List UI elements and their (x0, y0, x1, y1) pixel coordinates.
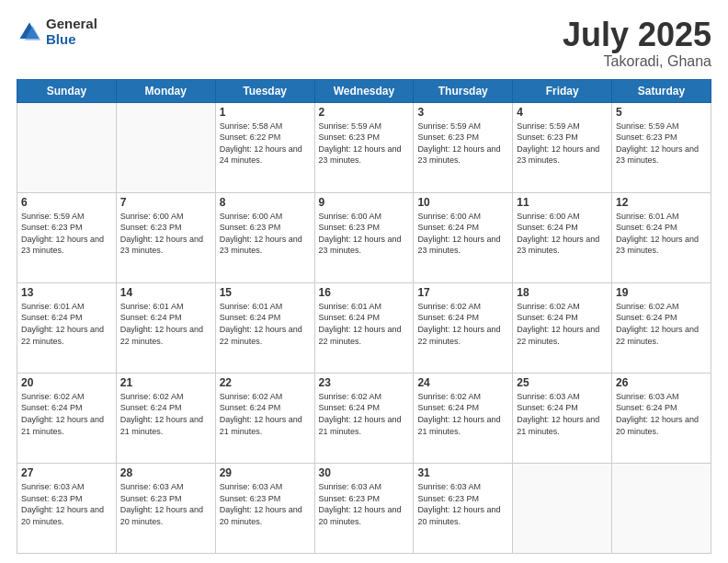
cell-info: Sunrise: 6:00 AM Sunset: 6:23 PM Dayligh… (319, 211, 410, 257)
calendar-week-row: 20Sunrise: 6:02 AM Sunset: 6:24 PM Dayli… (17, 373, 711, 463)
cell-info: Sunrise: 6:02 AM Sunset: 6:24 PM Dayligh… (319, 391, 410, 437)
calendar-cell: 12Sunrise: 6:01 AM Sunset: 6:24 PM Dayli… (612, 192, 711, 282)
calendar-cell: 4Sunrise: 5:59 AM Sunset: 6:23 PM Daylig… (513, 102, 612, 192)
cell-info: Sunrise: 6:00 AM Sunset: 6:23 PM Dayligh… (220, 211, 311, 257)
title-block: July 2025 Takoradi, Ghana (563, 17, 711, 70)
calendar-cell: 22Sunrise: 6:02 AM Sunset: 6:24 PM Dayli… (215, 373, 314, 463)
weekday-header: Friday (513, 79, 612, 102)
calendar-cell: 1Sunrise: 5:58 AM Sunset: 6:22 PM Daylig… (215, 102, 314, 192)
logo-icon (17, 19, 42, 45)
day-number: 21 (120, 376, 211, 389)
cell-info: Sunrise: 6:02 AM Sunset: 6:24 PM Dayligh… (417, 391, 508, 437)
day-number: 8 (220, 196, 311, 209)
cell-info: Sunrise: 6:03 AM Sunset: 6:23 PM Dayligh… (417, 481, 508, 527)
day-number: 30 (319, 466, 410, 479)
calendar-cell: 2Sunrise: 5:59 AM Sunset: 6:23 PM Daylig… (314, 102, 414, 192)
calendar-week-row: 1Sunrise: 5:58 AM Sunset: 6:22 PM Daylig… (17, 102, 711, 192)
calendar-week-row: 6Sunrise: 5:59 AM Sunset: 6:23 PM Daylig… (17, 192, 711, 282)
calendar-cell (612, 463, 711, 553)
calendar-cell: 17Sunrise: 6:02 AM Sunset: 6:24 PM Dayli… (414, 282, 513, 373)
calendar-cell: 6Sunrise: 5:59 AM Sunset: 6:23 PM Daylig… (17, 192, 117, 282)
day-number: 28 (120, 466, 211, 479)
cell-info: Sunrise: 6:02 AM Sunset: 6:24 PM Dayligh… (220, 391, 311, 437)
cell-info: Sunrise: 6:02 AM Sunset: 6:24 PM Dayligh… (517, 301, 608, 347)
cell-info: Sunrise: 6:00 AM Sunset: 6:23 PM Dayligh… (120, 211, 211, 257)
day-number: 24 (417, 376, 508, 389)
day-number: 25 (517, 376, 608, 389)
calendar-cell: 16Sunrise: 6:01 AM Sunset: 6:24 PM Dayli… (314, 282, 414, 373)
calendar-cell: 28Sunrise: 6:03 AM Sunset: 6:23 PM Dayli… (116, 463, 215, 553)
calendar-cell (116, 102, 215, 192)
day-number: 22 (220, 376, 311, 389)
day-number: 31 (417, 466, 508, 479)
calendar-cell: 8Sunrise: 6:00 AM Sunset: 6:23 PM Daylig… (215, 192, 314, 282)
cell-info: Sunrise: 5:59 AM Sunset: 6:23 PM Dayligh… (616, 121, 707, 167)
calendar-cell: 30Sunrise: 6:03 AM Sunset: 6:23 PM Dayli… (314, 463, 414, 553)
day-number: 26 (616, 376, 707, 389)
calendar-cell: 25Sunrise: 6:03 AM Sunset: 6:24 PM Dayli… (513, 373, 612, 463)
cell-info: Sunrise: 5:58 AM Sunset: 6:22 PM Dayligh… (220, 121, 311, 167)
cell-info: Sunrise: 6:03 AM Sunset: 6:23 PM Dayligh… (319, 481, 410, 527)
cell-info: Sunrise: 6:03 AM Sunset: 6:23 PM Dayligh… (220, 481, 311, 527)
weekday-header: Sunday (17, 79, 117, 102)
day-number: 18 (517, 286, 608, 299)
day-number: 20 (21, 376, 112, 389)
cell-info: Sunrise: 6:02 AM Sunset: 6:24 PM Dayligh… (21, 391, 112, 437)
calendar-cell: 10Sunrise: 6:00 AM Sunset: 6:24 PM Dayli… (414, 192, 513, 282)
cell-info: Sunrise: 6:01 AM Sunset: 6:24 PM Dayligh… (220, 301, 311, 347)
day-number: 5 (616, 106, 707, 119)
day-number: 23 (319, 376, 410, 389)
weekday-header: Saturday (612, 79, 711, 102)
calendar-cell: 29Sunrise: 6:03 AM Sunset: 6:23 PM Dayli… (215, 463, 314, 553)
day-number: 29 (220, 466, 311, 479)
month-title: July 2025 (563, 17, 711, 53)
page: General Blue July 2025 Takoradi, Ghana S… (0, 0, 728, 563)
day-number: 12 (616, 196, 707, 209)
cell-info: Sunrise: 6:01 AM Sunset: 6:24 PM Dayligh… (319, 301, 410, 347)
calendar-cell: 7Sunrise: 6:00 AM Sunset: 6:23 PM Daylig… (116, 192, 215, 282)
cell-info: Sunrise: 6:00 AM Sunset: 6:24 PM Dayligh… (417, 211, 508, 257)
day-number: 16 (319, 286, 410, 299)
calendar-cell: 26Sunrise: 6:03 AM Sunset: 6:24 PM Dayli… (612, 373, 711, 463)
weekday-header: Thursday (414, 79, 513, 102)
day-number: 15 (220, 286, 311, 299)
calendar-cell (17, 102, 117, 192)
calendar-cell (513, 463, 612, 553)
calendar-cell: 23Sunrise: 6:02 AM Sunset: 6:24 PM Dayli… (314, 373, 414, 463)
calendar-cell: 18Sunrise: 6:02 AM Sunset: 6:24 PM Dayli… (513, 282, 612, 373)
day-number: 14 (120, 286, 211, 299)
calendar-cell: 21Sunrise: 6:02 AM Sunset: 6:24 PM Dayli… (116, 373, 215, 463)
calendar-cell: 11Sunrise: 6:00 AM Sunset: 6:24 PM Dayli… (513, 192, 612, 282)
cell-info: Sunrise: 6:01 AM Sunset: 6:24 PM Dayligh… (616, 211, 707, 257)
cell-info: Sunrise: 5:59 AM Sunset: 6:23 PM Dayligh… (417, 121, 508, 167)
calendar-cell: 3Sunrise: 5:59 AM Sunset: 6:23 PM Daylig… (414, 102, 513, 192)
weekday-header: Wednesday (314, 79, 414, 102)
day-number: 17 (417, 286, 508, 299)
cell-info: Sunrise: 6:01 AM Sunset: 6:24 PM Dayligh… (120, 301, 211, 347)
calendar-cell: 31Sunrise: 6:03 AM Sunset: 6:23 PM Dayli… (414, 463, 513, 553)
cell-info: Sunrise: 6:03 AM Sunset: 6:24 PM Dayligh… (517, 391, 608, 437)
day-number: 3 (417, 106, 508, 119)
calendar-cell: 19Sunrise: 6:02 AM Sunset: 6:24 PM Dayli… (612, 282, 711, 373)
cell-info: Sunrise: 6:03 AM Sunset: 6:23 PM Dayligh… (120, 481, 211, 527)
day-number: 13 (21, 286, 112, 299)
weekday-header: Tuesday (215, 79, 314, 102)
day-number: 1 (220, 106, 311, 119)
logo-blue: Blue (46, 32, 97, 48)
calendar-cell: 9Sunrise: 6:00 AM Sunset: 6:23 PM Daylig… (314, 192, 414, 282)
day-number: 19 (616, 286, 707, 299)
calendar-cell: 14Sunrise: 6:01 AM Sunset: 6:24 PM Dayli… (116, 282, 215, 373)
weekday-header: Monday (116, 79, 215, 102)
cell-info: Sunrise: 6:00 AM Sunset: 6:24 PM Dayligh… (517, 211, 608, 257)
calendar-cell: 5Sunrise: 5:59 AM Sunset: 6:23 PM Daylig… (612, 102, 711, 192)
day-number: 6 (21, 196, 112, 209)
cell-info: Sunrise: 6:02 AM Sunset: 6:24 PM Dayligh… (616, 301, 707, 347)
day-number: 11 (517, 196, 608, 209)
cell-info: Sunrise: 6:03 AM Sunset: 6:24 PM Dayligh… (616, 391, 707, 437)
calendar-cell: 20Sunrise: 6:02 AM Sunset: 6:24 PM Dayli… (17, 373, 117, 463)
day-number: 7 (120, 196, 211, 209)
day-number: 4 (517, 106, 608, 119)
calendar-week-row: 13Sunrise: 6:01 AM Sunset: 6:24 PM Dayli… (17, 282, 711, 373)
logo: General Blue (17, 17, 97, 47)
cell-info: Sunrise: 5:59 AM Sunset: 6:23 PM Dayligh… (517, 121, 608, 167)
